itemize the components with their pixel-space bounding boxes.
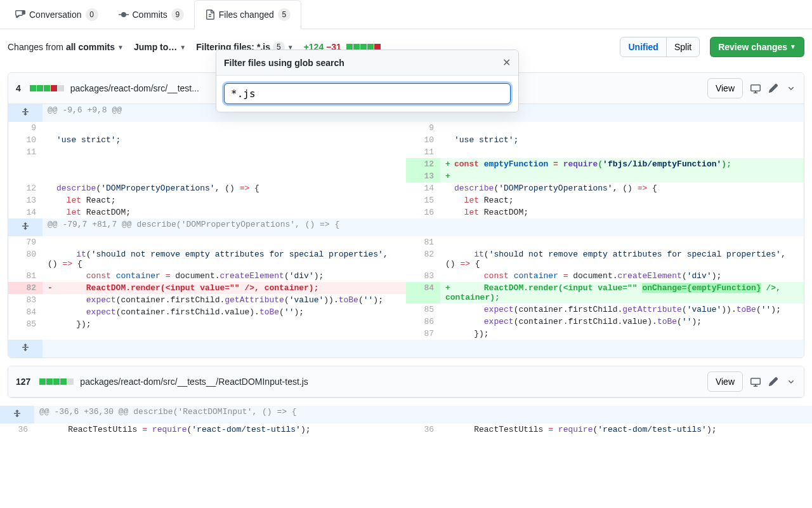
tab-count: 0 (86, 8, 98, 21)
tab-files-changed[interactable]: Files changed 5 (194, 0, 301, 29)
file-change-count: 127 (16, 377, 30, 387)
file-header: 127 packages/react-dom/src/__tests__/Rea… (8, 366, 804, 398)
glob-filter-input[interactable] (224, 83, 511, 104)
pr-tabs: Conversation 0 Commits 9 Files changed 5 (0, 0, 812, 29)
file-path[interactable]: packages/react-dom/src/__test... (70, 83, 199, 93)
hunk-header: @@ -79,7 +81,7 @@ describe('DOMPropertyO… (43, 218, 804, 236)
chevron-down-icon[interactable] (786, 83, 796, 93)
review-changes-button[interactable]: Review changes ▼ (710, 37, 804, 57)
tab-label: Conversation (29, 10, 82, 20)
close-icon[interactable]: ✕ (502, 57, 511, 69)
conversation-icon (15, 10, 25, 20)
file-diff: 4 packages/react-dom/src/__test... View … (8, 72, 804, 358)
chevron-down-icon[interactable] (786, 377, 796, 387)
diffstat-bars (30, 85, 64, 91)
expand-icon[interactable] (8, 340, 43, 358)
pencil-icon[interactable] (768, 377, 778, 387)
tab-label: Files changed (219, 10, 274, 20)
caret-down-icon: ▼ (180, 44, 186, 51)
file-change-count: 4 (16, 83, 21, 93)
caret-down-icon: ▼ (117, 44, 124, 51)
tab-count: 5 (278, 8, 291, 21)
hunk-header: @@ -36,6 +36,30 @@ describe('ReactDOMInp… (34, 406, 812, 424)
tab-conversation[interactable]: Conversation 0 (5, 1, 108, 29)
commits-icon (119, 10, 129, 20)
view-file-button[interactable]: View (707, 371, 743, 392)
pencil-icon[interactable] (768, 83, 778, 93)
tab-commits[interactable]: Commits 9 (108, 1, 194, 29)
tab-label: Commits (133, 10, 167, 20)
file-path[interactable]: packages/react-dom/src/__tests__/ReactDO… (80, 377, 308, 387)
expand-icon[interactable] (0, 406, 34, 424)
changes-from-dropdown[interactable]: Changes from all commits ▼ (8, 42, 124, 52)
file-filter-popover: Filter files using glob search ✕ (216, 50, 519, 112)
jump-to-dropdown[interactable]: Jump to… ▼ (134, 42, 186, 52)
diff-view-toggle: Unified Split (620, 37, 700, 57)
split-button[interactable]: Split (666, 37, 700, 57)
unified-button[interactable]: Unified (620, 37, 666, 57)
display-icon[interactable] (750, 83, 761, 93)
tab-count: 9 (171, 8, 184, 21)
display-icon[interactable] (750, 377, 761, 387)
file-diff-icon (205, 10, 215, 20)
expand-icon[interactable] (8, 218, 43, 236)
popover-title: Filter files using glob search (224, 58, 502, 68)
view-file-button[interactable]: View (707, 78, 743, 98)
file-diff: 127 packages/react-dom/src/__tests__/Rea… (8, 366, 804, 398)
expand-icon[interactable] (8, 104, 43, 122)
caret-down-icon: ▼ (790, 41, 796, 53)
diffstat-bars (39, 378, 74, 385)
